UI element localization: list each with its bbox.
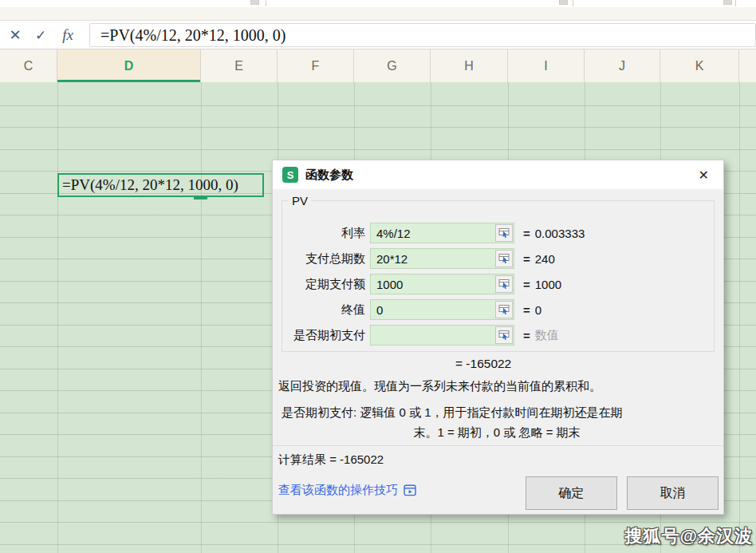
param-row-fv: 终值 = 0 xyxy=(282,299,585,320)
column-header-f[interactable]: F xyxy=(278,49,354,82)
column-header-stub xyxy=(739,49,756,82)
pmt-input[interactable] xyxy=(371,275,495,294)
function-tips-link[interactable]: 查看该函数的操作技巧 xyxy=(278,483,416,498)
param-label: 定期支付额 xyxy=(282,277,370,292)
equals-sign: = xyxy=(523,329,530,342)
range-picker-icon[interactable] xyxy=(495,301,513,318)
column-header-g[interactable]: G xyxy=(354,49,431,82)
toolbar-separator xyxy=(735,0,736,6)
param-field xyxy=(370,299,514,320)
param-row-nper: 支付总期数 = 240 xyxy=(282,248,585,269)
column-header-h[interactable]: H xyxy=(431,49,508,82)
function-arguments-dialog: S 函数参数 ✕ PV 利率 = 0.003333 支付总期数 xyxy=(272,160,724,515)
cancel-entry-icon[interactable]: ✕ xyxy=(5,21,26,49)
column-header-c[interactable]: C xyxy=(0,49,57,82)
ok-button[interactable]: 确定 xyxy=(526,476,617,510)
column-header-k[interactable]: K xyxy=(660,49,739,82)
ribbon-bottom-strip xyxy=(0,7,756,21)
param-label: 支付总期数 xyxy=(282,251,370,267)
range-picker-icon[interactable] xyxy=(495,250,513,267)
rate-input[interactable] xyxy=(371,223,495,243)
param-label: 是否期初支付 xyxy=(282,328,370,343)
column-header-j[interactable]: J xyxy=(585,49,660,82)
param-row-rate: 利率 = 0.003333 xyxy=(282,223,585,243)
toolbar-separator xyxy=(573,0,573,6)
active-cell-formula: =PV(4%/12, 20*12, 1000, 0) xyxy=(59,176,238,194)
toolbar-separator xyxy=(266,0,266,6)
toolbar-fragment xyxy=(723,0,732,5)
dialog-title: 函数参数 xyxy=(305,168,353,183)
gridline-vertical xyxy=(201,82,202,553)
param-field xyxy=(370,274,514,294)
param-label: 终值 xyxy=(282,302,370,318)
formula-input[interactable]: =PV(4%/12, 20*12, 1000, 0) xyxy=(89,23,756,47)
param-result: 1000 xyxy=(535,278,561,291)
param-result: 240 xyxy=(535,252,555,266)
param-row-pmt: 定期支付额 = 1000 xyxy=(282,274,585,294)
formula-bar: ✕ ✓ fx =PV(4%/12, 20*12, 1000, 0) xyxy=(0,21,756,49)
active-cell-editor[interactable]: =PV(4%/12, 20*12, 1000, 0) xyxy=(57,173,264,197)
param-result-hint: 数值 xyxy=(535,328,559,343)
insert-function-icon[interactable]: fx xyxy=(56,21,80,49)
range-picker-icon[interactable] xyxy=(495,275,513,293)
formula-result: = -165022 xyxy=(455,357,511,371)
function-name-label: PV xyxy=(288,194,312,207)
parameter-help-line1: 是否期初支付: 逻辑值 0 或 1，用于指定付款时间在期初还是在期 xyxy=(282,402,712,422)
equals-sign: = xyxy=(523,227,530,240)
param-field xyxy=(370,248,514,269)
parameter-rows: 利率 = 0.003333 支付总期数 = xyxy=(282,223,585,350)
gridline-vertical xyxy=(57,82,58,553)
spreadsheet-window: ✕ ✓ fx =PV(4%/12, 20*12, 1000, 0) C D E … xyxy=(0,0,756,553)
param-field xyxy=(370,223,514,243)
parameter-help: 是否期初支付: 逻辑值 0 或 1，用于指定付款时间在期初还是在期 末。1 = … xyxy=(282,402,712,442)
equals-sign: = xyxy=(523,278,530,291)
nper-input[interactable] xyxy=(371,249,495,268)
toolbar-fragment xyxy=(559,0,568,5)
param-label: 利率 xyxy=(282,226,370,241)
column-header-d[interactable]: D xyxy=(57,49,201,82)
close-icon[interactable]: ✕ xyxy=(694,166,714,184)
gridline-vertical xyxy=(739,82,740,553)
cancel-button[interactable]: 取消 xyxy=(627,476,719,510)
argument-underline xyxy=(194,197,207,199)
range-picker-icon[interactable] xyxy=(495,326,513,344)
dialog-titlebar[interactable]: S 函数参数 ✕ xyxy=(273,160,723,189)
param-result: 0 xyxy=(535,303,541,317)
confirm-entry-icon[interactable]: ✓ xyxy=(30,21,51,49)
function-description: 返回投资的现值。现值为一系列未来付款的当前值的累积和。 xyxy=(278,379,719,394)
equals-sign: = xyxy=(523,303,530,317)
calculation-result: 计算结果 = -165022 xyxy=(278,452,384,468)
param-result: 0.003333 xyxy=(535,227,585,240)
watermark: 搜狐号@余汉波 xyxy=(625,524,753,548)
column-headers: C D E F G H I J K xyxy=(0,49,756,82)
parameter-help-line2: 末。1 = 期初，0 或 忽略 = 期末 xyxy=(282,422,712,442)
toolbar-remnant xyxy=(0,0,756,7)
function-tips-link-text: 查看该函数的操作技巧 xyxy=(278,483,398,498)
video-tutorial-icon xyxy=(404,484,416,496)
formula-text: =PV(4%/12, 20*12, 1000, 0) xyxy=(90,26,285,45)
column-header-e[interactable]: E xyxy=(201,49,278,82)
fv-input[interactable] xyxy=(371,300,495,319)
dialog-divider xyxy=(273,445,723,446)
equals-sign: = xyxy=(523,252,530,266)
wps-spreadsheet-icon: S xyxy=(282,167,298,183)
toolbar-fragment xyxy=(250,0,259,5)
range-picker-icon[interactable] xyxy=(495,224,513,242)
param-row-type: 是否期初支付 = 数值 xyxy=(282,325,585,346)
type-input[interactable] xyxy=(371,326,495,345)
column-header-i[interactable]: I xyxy=(508,49,585,82)
param-field xyxy=(370,325,514,346)
